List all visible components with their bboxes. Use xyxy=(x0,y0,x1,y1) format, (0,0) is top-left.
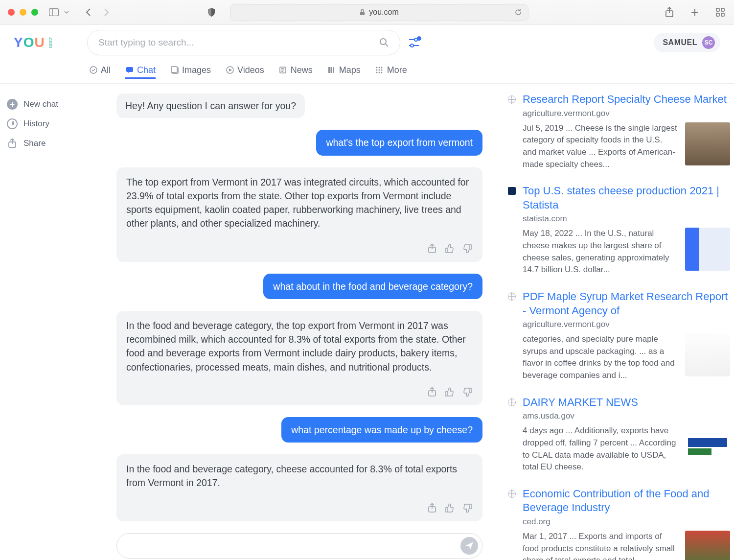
search-input[interactable] xyxy=(98,37,379,48)
chat-input[interactable] xyxy=(116,533,482,559)
thumbs-down-icon[interactable] xyxy=(462,243,473,254)
thumbs-down-icon[interactable] xyxy=(462,387,473,397)
svg-rect-10 xyxy=(721,13,724,16)
send-button[interactable] xyxy=(460,537,478,555)
maximize-window-button[interactable] xyxy=(31,9,38,16)
privacy-shield-icon[interactable] xyxy=(206,6,217,18)
share-response-icon[interactable] xyxy=(427,503,437,513)
new-chat-button[interactable]: + New chat xyxy=(5,94,89,114)
svg-point-34 xyxy=(376,70,378,71)
user-name: SAMUEL xyxy=(663,38,697,47)
result-domain: ams.usda.gov xyxy=(523,411,730,421)
result-domain: statista.com xyxy=(523,214,730,224)
thumbs-up-icon[interactable] xyxy=(444,243,455,254)
tab-maps[interactable]: Maps xyxy=(327,65,361,79)
ai-message-3: In the food and beverage category, chees… xyxy=(116,454,482,521)
share-button[interactable]: Share xyxy=(5,134,89,153)
history-button[interactable]: History xyxy=(5,114,89,134)
tab-more[interactable]: More xyxy=(375,65,407,79)
svg-rect-7 xyxy=(716,8,719,11)
search-result[interactable]: Top U.S. states cheese production 2021 |… xyxy=(508,184,734,276)
result-snippet: 4 days ago ... Additionally, exports hav… xyxy=(523,425,678,473)
tab-overview-button[interactable] xyxy=(714,6,726,18)
tab-all[interactable]: All xyxy=(89,65,111,79)
result-domain: agriculture.vermont.gov xyxy=(523,320,730,329)
result-snippet: Mar 1, 2017 ... Exports and imports of f… xyxy=(523,531,678,560)
search-result[interactable]: DAIRY MARKET NEWS ams.usda.gov 4 days ag… xyxy=(508,396,734,473)
result-title[interactable]: Top U.S. states cheese production 2021 |… xyxy=(523,184,730,212)
svg-rect-2 xyxy=(360,12,365,15)
address-bar[interactable]: you.com xyxy=(230,4,528,21)
back-button[interactable] xyxy=(82,6,94,18)
svg-rect-18 xyxy=(126,67,133,72)
nav-tabs: All Chat Images Videos News Maps More xyxy=(0,60,734,84)
history-icon xyxy=(7,118,18,129)
window-controls xyxy=(8,9,38,16)
result-thumbnail xyxy=(685,122,730,165)
user-message-1: what's the top export from vermont xyxy=(316,130,482,155)
result-title[interactable]: Research Report Specialty Cheese Market xyxy=(523,93,730,107)
refresh-button[interactable] xyxy=(514,8,522,16)
avatar: SC xyxy=(702,36,715,49)
search-icon[interactable] xyxy=(379,38,389,47)
sidebar-toggle-button[interactable] xyxy=(48,6,60,18)
svg-point-32 xyxy=(379,67,380,69)
search-result[interactable]: Research Report Specialty Cheese Market … xyxy=(508,93,734,170)
search-result[interactable]: PDF Maple Syrup Market Research Report -… xyxy=(508,290,734,382)
url-text: you.com xyxy=(369,8,398,17)
user-menu[interactable]: SAMUEL SC xyxy=(654,33,720,52)
svg-marker-23 xyxy=(229,69,232,71)
tab-videos[interactable]: Videos xyxy=(226,65,264,79)
minimize-window-button[interactable] xyxy=(20,9,26,16)
svg-point-38 xyxy=(379,72,380,73)
chevron-down-icon[interactable] xyxy=(61,6,72,18)
search-filter-button[interactable] xyxy=(408,38,420,47)
svg-point-11 xyxy=(380,39,386,45)
globe-icon xyxy=(508,293,516,301)
svg-point-35 xyxy=(379,70,380,71)
svg-line-12 xyxy=(386,44,388,47)
svg-point-36 xyxy=(381,70,383,71)
result-snippet: categories, and specialty pure maple syr… xyxy=(523,333,678,382)
left-sidebar: + New chat History Share xyxy=(0,84,89,560)
result-title[interactable]: DAIRY MARKET NEWS xyxy=(523,396,730,410)
ai-message-1: The top export from Vermont in 2017 was … xyxy=(116,167,482,262)
svg-rect-0 xyxy=(49,9,59,16)
svg-point-31 xyxy=(376,67,378,69)
close-window-button[interactable] xyxy=(8,9,15,16)
user-message-3: what percentage was made up by cheese? xyxy=(281,417,482,443)
thumbs-up-icon[interactable] xyxy=(444,503,455,513)
share-icon[interactable] xyxy=(664,6,675,18)
chat-input-field[interactable] xyxy=(129,540,460,551)
svg-point-33 xyxy=(381,67,383,69)
result-thumbnail xyxy=(685,531,730,560)
result-domain: agriculture.vermont.gov xyxy=(523,109,730,118)
result-title[interactable]: PDF Maple Syrup Market Research Report -… xyxy=(523,290,730,318)
you-logo[interactable]: YOU.com xyxy=(14,34,73,51)
search-result[interactable]: Economic Contribution of the Food and Be… xyxy=(508,487,734,560)
svg-point-16 xyxy=(411,44,413,47)
tab-news[interactable]: News xyxy=(279,65,313,79)
new-tab-button[interactable] xyxy=(689,6,701,18)
globe-icon xyxy=(508,490,516,498)
search-bar[interactable] xyxy=(87,30,400,55)
result-thumbnail xyxy=(685,228,730,271)
user-message-2: what about in the food and beverage cate… xyxy=(263,274,482,299)
result-title[interactable]: Economic Contribution of the Food and Be… xyxy=(523,487,730,515)
search-results: Research Report Specialty Cheese Market … xyxy=(490,84,734,560)
chat-column: Hey! Any question I can answer for you? … xyxy=(89,84,490,560)
tab-images[interactable]: Images xyxy=(170,65,211,79)
globe-icon xyxy=(508,95,516,103)
result-snippet: Jul 5, 2019 ... Cheese is the single lar… xyxy=(523,122,678,171)
share-response-icon[interactable] xyxy=(427,243,437,254)
thumbs-up-icon[interactable] xyxy=(444,387,455,397)
thumbs-down-icon[interactable] xyxy=(462,503,473,513)
svg-point-37 xyxy=(376,72,378,73)
share-response-icon[interactable] xyxy=(427,387,437,397)
tab-chat[interactable]: Chat xyxy=(125,65,156,79)
forward-button[interactable] xyxy=(101,6,113,18)
ai-message-2: In the food and beverage category, the t… xyxy=(116,311,482,405)
browser-chrome: you.com xyxy=(0,0,734,25)
result-domain: ced.org xyxy=(523,517,730,527)
header: YOU.com SAMUEL SC xyxy=(0,25,734,60)
